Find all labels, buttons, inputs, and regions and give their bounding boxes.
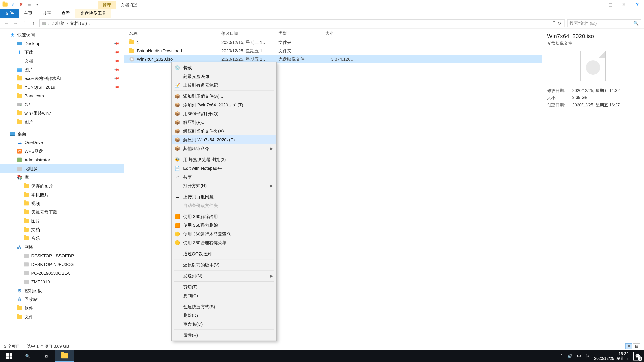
qat-dropdown-icon[interactable]: ▾ — [34, 1, 40, 8]
address-bar[interactable]: › 此电脑 › 文档 (E:) › ˅ ⟳ — [39, 19, 565, 27]
tree-item[interactable]: 图片 — [0, 217, 124, 225]
tree-item[interactable]: PC-20190530OBLA — [0, 269, 124, 278]
tree-item[interactable]: 本机照片 — [0, 190, 124, 199]
context-menu-item[interactable]: 💿装载 — [172, 63, 276, 72]
action-center-button[interactable]: 💬 — [633, 352, 642, 361]
tree-item[interactable]: 文档📌 — [0, 57, 124, 65]
tree-item[interactable]: 软件 — [0, 304, 124, 312]
ribbon-tab[interactable]: 共享 — [38, 9, 56, 18]
tree-item[interactable]: DESKTOP-NJEU3CG — [0, 260, 124, 269]
context-menu-item[interactable]: 🐝用 蜂蜜浏览器 浏览(3) — [172, 155, 276, 164]
tree-item[interactable]: 天翼云盘下载 — [0, 208, 124, 217]
context-menu-item[interactable]: ↗共享 — [172, 173, 276, 181]
tree-item[interactable]: 视频 — [0, 199, 124, 208]
view-details-button[interactable]: ≡ — [625, 344, 632, 349]
start-button[interactable] — [0, 350, 18, 362]
tree-item[interactable]: 文档 — [0, 225, 124, 234]
context-menu-item[interactable]: 📦解压到 Win7x64_2020\ (E) — [172, 135, 276, 144]
task-view-button[interactable]: ⧉ — [37, 350, 55, 362]
tree-item[interactable]: ☁OneDrive — [0, 138, 124, 147]
tree-item[interactable]: Administrator — [0, 156, 124, 164]
col-type[interactable]: 类型 — [278, 31, 325, 36]
nav-recent-button[interactable]: ˅ — [21, 20, 28, 27]
taskbar-explorer-button[interactable] — [55, 350, 74, 362]
context-menu-item[interactable]: 通过QQ发送到 — [172, 249, 276, 258]
qat-check-icon[interactable]: ✔ — [10, 1, 16, 8]
context-menu-item[interactable]: 🟧使用 360强力删除 — [172, 221, 276, 230]
context-menu-item[interactable]: 复制(C) — [172, 291, 276, 300]
close-button[interactable]: ✕ — [617, 0, 630, 9]
context-menu-item[interactable]: 📄Edit with Notepad++ — [172, 164, 276, 173]
tree-item[interactable]: 图片📌 — [0, 65, 124, 74]
search-icon[interactable]: 🔍 — [633, 21, 639, 26]
breadcrumb[interactable]: 此电脑 — [51, 20, 65, 26]
context-menu-item[interactable]: 删除(D) — [172, 311, 276, 320]
context-menu-item[interactable]: 属性(R) — [172, 331, 276, 340]
file-row[interactable]: BaiduNetdiskDownload2020/12/25, 星期五 1…文件… — [124, 46, 542, 55]
context-menu-item[interactable]: 打开方式(H)▶ — [172, 181, 276, 190]
context-menu-item[interactable]: 🟧使用 360解除占用 — [172, 212, 276, 221]
context-menu-item[interactable]: 📦添加到压缩文件(A)... — [172, 92, 276, 100]
context-menu-item[interactable]: 刻录光盘映像 — [172, 72, 276, 81]
tree-section-header[interactable]: ★快速访问 — [0, 30, 124, 39]
view-icons-button[interactable]: ▦ — [633, 344, 640, 349]
tree-item[interactable]: ZMT2019 — [0, 278, 124, 286]
tree-item[interactable]: ⚙控制面板 — [0, 286, 124, 295]
tree-item[interactable]: YUNQISHI2019📌 — [0, 83, 124, 91]
context-menu-item[interactable]: 🟡使用 360进行木马云查杀 — [172, 230, 276, 238]
context-menu-item[interactable]: 📦解压到(F)... — [172, 118, 276, 127]
tray-security-icon[interactable]: ⚐ — [586, 354, 590, 359]
tree-item[interactable]: win7重装win7 — [0, 109, 124, 118]
context-menu-item[interactable]: 重命名(M) — [172, 320, 276, 329]
context-menu-item[interactable]: 📦解压到当前文件夹(X) — [172, 127, 276, 135]
breadcrumb[interactable]: 文档 (E:) — [69, 20, 88, 26]
tree-section-header[interactable]: 桌面 — [0, 129, 124, 138]
tray-volume-icon[interactable]: 🔊 — [567, 354, 572, 359]
refresh-button[interactable]: ⟳ — [556, 21, 563, 26]
tree-item[interactable]: 保存的图片 — [0, 182, 124, 190]
minimize-button[interactable]: — — [590, 0, 604, 9]
context-menu-item[interactable]: 发送到(N)▶ — [172, 272, 276, 280]
qat-props-icon[interactable]: ☰ — [26, 1, 32, 8]
col-name[interactable]: 名称 ˄ — [124, 31, 221, 36]
tree-item[interactable]: 🗑回收站 — [0, 295, 124, 304]
tree-item[interactable]: ⬇下载📌 — [0, 48, 124, 57]
context-menu-item[interactable]: 📦添加到 "Win7x64_2020.zip" (T) — [172, 100, 276, 109]
context-menu-item[interactable]: 📝上传到有道云笔记 — [172, 81, 276, 89]
context-menu-item[interactable]: 📦用360压缩打开(Q) — [172, 109, 276, 118]
tree-item[interactable]: 文件 — [0, 312, 124, 321]
tree-item[interactable]: 🖧网络 — [0, 243, 124, 251]
search-box[interactable]: 搜索"文档 (E:)" 🔍 — [567, 19, 641, 27]
ribbon-tab[interactable]: 主页 — [19, 9, 38, 18]
tree-item[interactable]: 📚库 — [0, 173, 124, 182]
tray-overflow-icon[interactable]: ˄ — [561, 354, 563, 359]
context-menu-item[interactable]: 还原以前的版本(V) — [172, 260, 276, 269]
tray-ime-icon[interactable]: 中 — [577, 354, 581, 359]
qat-x-icon[interactable]: ✖ — [18, 1, 24, 8]
context-menu-item[interactable]: 剪切(T) — [172, 283, 276, 291]
tree-item[interactable]: 图片 — [0, 118, 124, 126]
taskbar-search-button[interactable]: 🔍 — [18, 350, 37, 362]
tree-item[interactable]: Desktop📌 — [0, 39, 124, 48]
ribbon-file-tab[interactable]: 文件 — [0, 9, 19, 18]
nav-up-button[interactable]: ↑ — [30, 20, 37, 27]
ribbon-context-tab[interactable]: 光盘映像工具 — [75, 9, 111, 18]
qat-folder-icon[interactable] — [2, 1, 8, 8]
context-menu-item[interactable]: 创建快捷方式(S) — [172, 302, 276, 311]
nav-forward-button[interactable]: → — [12, 20, 19, 27]
tree-item[interactable]: WWPS网盘 — [0, 147, 124, 156]
tree-item[interactable]: 音乐 — [0, 234, 124, 243]
nav-back-button[interactable]: ← — [3, 20, 10, 27]
file-row[interactable]: 12020/12/15, 星期二 1…文件夹 — [124, 38, 542, 46]
col-size[interactable]: 大小 — [325, 31, 359, 36]
context-menu-item[interactable]: 🟡使用 360管理右键菜单 — [172, 238, 276, 247]
context-menu-item[interactable]: 📦其他压缩命令▶ — [172, 144, 276, 153]
col-modified[interactable]: 修改日期 — [221, 31, 278, 36]
context-menu-item[interactable]: ☁上传到百度网盘 — [172, 192, 276, 201]
help-button[interactable]: ? — [630, 0, 644, 9]
ribbon-tab[interactable]: 查看 — [56, 9, 75, 18]
tray-clock[interactable]: 16:32 2020/12/25, 星期五 — [594, 352, 628, 361]
tree-item[interactable]: Bandicam — [0, 91, 124, 100]
tree-item[interactable]: excel表格制作求和📌 — [0, 74, 124, 83]
tree-item[interactable]: DESKTOP-LSSOEDP — [0, 251, 124, 260]
